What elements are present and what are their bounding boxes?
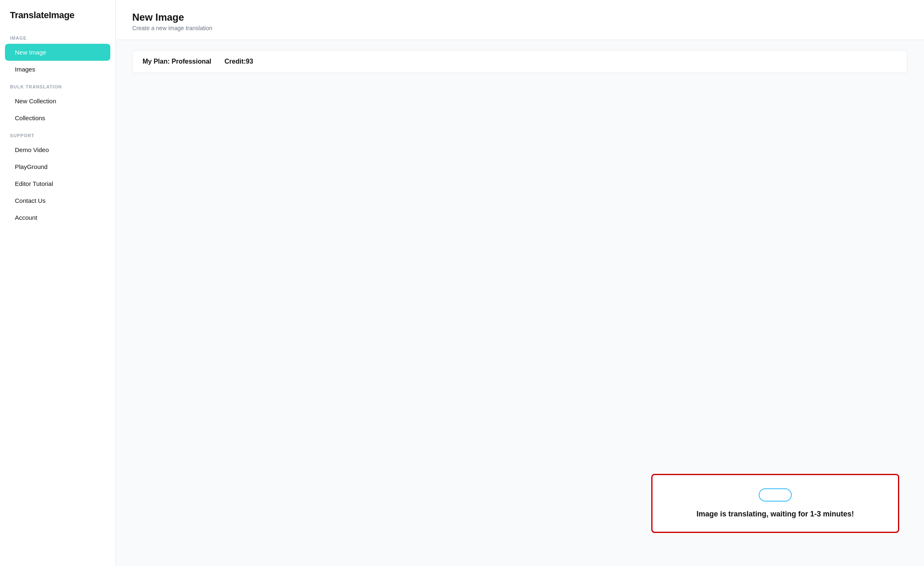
app-logo: TranslateImage	[0, 0, 115, 29]
page-title: New Image	[132, 12, 907, 23]
sidebar-item-playground[interactable]: PlayGround	[5, 158, 110, 175]
page-subtitle: Create a new image translation	[132, 25, 907, 31]
sidebar-item-new-image[interactable]: New Image	[5, 44, 110, 61]
loading-indicator	[759, 488, 792, 502]
sidebar-section-support: SUPPORT	[0, 126, 115, 141]
translation-message: Image is translating, waiting for 1-3 mi…	[696, 510, 854, 518]
credit-label: Credit:93	[224, 58, 253, 65]
sidebar-item-images[interactable]: Images	[5, 61, 110, 78]
sidebar-section-image: IMAGE	[0, 29, 115, 44]
sidebar-item-new-collection[interactable]: New Collection	[5, 93, 110, 109]
plan-label: My Plan: Professional	[143, 58, 211, 65]
main-content: New Image Create a new image translation…	[116, 0, 924, 566]
main-body: My Plan: Professional Credit:93 Image is…	[116, 40, 924, 566]
plan-card: My Plan: Professional Credit:93	[132, 50, 907, 73]
sidebar-item-collections[interactable]: Collections	[5, 109, 110, 126]
translation-status-container: Image is translating, waiting for 1-3 mi…	[651, 474, 899, 533]
sidebar-item-demo-video[interactable]: Demo Video	[5, 141, 110, 158]
page-header: New Image Create a new image translation	[116, 0, 924, 40]
translation-status-box: Image is translating, waiting for 1-3 mi…	[651, 474, 899, 533]
sidebar: TranslateImage IMAGE New Image Images BU…	[0, 0, 116, 566]
sidebar-item-contact-us[interactable]: Contact Us	[5, 192, 110, 209]
sidebar-section-bulk-translation: BULK TRANSLATION	[0, 78, 115, 93]
sidebar-item-account[interactable]: Account	[5, 209, 110, 226]
sidebar-item-editor-tutorial[interactable]: Editor Tutorial	[5, 175, 110, 192]
